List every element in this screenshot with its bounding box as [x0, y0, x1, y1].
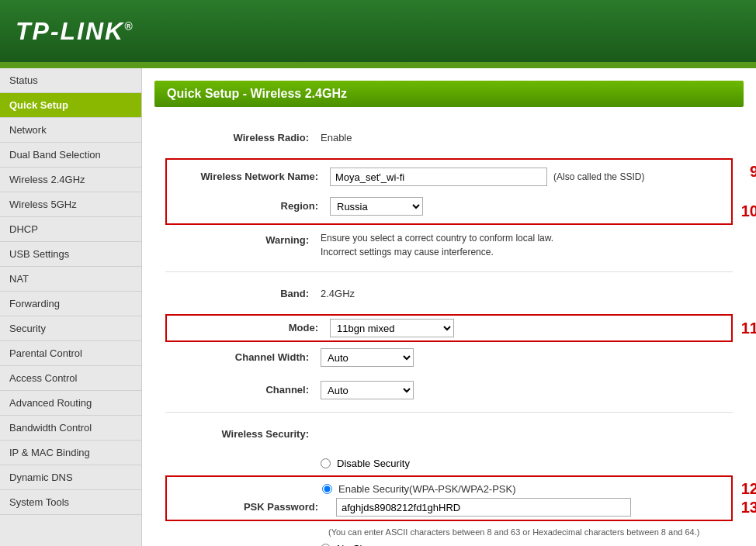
wireless-security-label: Wireless Security:	[165, 425, 321, 444]
psk-password-row: PSK Password:	[175, 498, 723, 517]
step-13: 13	[741, 499, 756, 517]
sidebar-item-dynamic-dns[interactable]: Dynamic DNS	[0, 465, 141, 490]
main-layout: Status Quick Setup Network Dual Band Sel…	[0, 68, 756, 546]
sidebar-item-wireless-5[interactable]: Wireless 5GHz	[0, 192, 141, 217]
ssid-hint: (Also called the SSID)	[553, 168, 644, 186]
sidebar: Status Quick Setup Network Dual Band Sel…	[0, 68, 142, 546]
logo: TP-LINK®	[16, 17, 134, 46]
step-10: 10	[741, 202, 756, 220]
band-label: Band:	[165, 285, 321, 303]
wireless-radio-label: Wireless Radio:	[165, 129, 321, 147]
no-change-row: No Change	[165, 540, 733, 546]
step-9: 9	[750, 163, 756, 181]
sidebar-item-dual-band[interactable]: Dual Band Selection	[0, 143, 141, 168]
sidebar-item-system-tools[interactable]: System Tools	[0, 490, 141, 515]
sidebar-item-dhcp[interactable]: DHCP	[0, 217, 141, 242]
step-12: 12	[741, 480, 756, 498]
sidebar-item-network[interactable]: Network	[0, 118, 141, 143]
channel-width-value: Auto 20MHz 40MHz	[321, 348, 733, 367]
warning-content: Ensure you select a correct country to c…	[321, 231, 553, 259]
logo-text: TP-LINK	[16, 17, 124, 45]
channel-select[interactable]: Auto 1234 5678 910111213	[321, 381, 414, 399]
divider-1	[165, 271, 733, 272]
sidebar-item-security[interactable]: Security	[0, 316, 141, 341]
channel-width-select[interactable]: Auto 20MHz 40MHz	[321, 348, 414, 367]
no-change-label: No Change	[337, 543, 388, 546]
region-value: Russia United States China Europe	[330, 197, 723, 216]
channel-value: Auto 1234 5678 910111213	[321, 381, 733, 399]
channel-width-row: Channel Width: Auto 20MHz 40MHz	[165, 345, 733, 370]
divider-2	[165, 412, 733, 413]
region-label: Region:	[175, 197, 330, 216]
psk-password-input[interactable]	[336, 498, 631, 517]
network-name-value: (Also called the SSID)	[330, 168, 723, 186]
sidebar-item-access-control[interactable]: Access Control	[0, 366, 141, 391]
sidebar-item-advanced-routing[interactable]: Advanced Routing	[0, 391, 141, 416]
page-title-bar: Quick Setup - Wireless 2.4GHz	[154, 81, 744, 107]
wireless-radio-row: Wireless Radio: Enable	[165, 126, 733, 150]
sidebar-item-parental-control[interactable]: Parental Control	[0, 341, 141, 366]
region-select[interactable]: Russia United States China Europe	[330, 197, 423, 216]
channel-row: Channel: Auto 1234 5678 910111213	[165, 378, 733, 403]
warning-row: Warning: Ensure you select a correct cou…	[165, 228, 733, 262]
mode-section: Mode: 11bgn mixed 11b only 11g only 11n …	[165, 314, 733, 342]
enable-security-section: Enable Security(WPA-PSK/WPA2-PSK) PSK Pa…	[165, 475, 733, 521]
psk-hint: (You can enter ASCII characters between …	[165, 524, 733, 540]
band-value: 2.4GHz	[321, 285, 733, 303]
sidebar-item-quick-setup[interactable]: Quick Setup	[0, 93, 141, 118]
ssid-input[interactable]	[330, 168, 547, 186]
disable-security-row: Disable Security	[165, 454, 733, 472]
region-row: Region: Russia United States China Europ…	[175, 194, 723, 219]
mode-label: Mode:	[175, 319, 330, 337]
warning-text: Ensure you select a correct country to c…	[321, 231, 733, 259]
network-name-label: Wireless Network Name:	[175, 168, 330, 186]
page-title: Quick Setup - Wireless 2.4GHz	[167, 87, 347, 100]
logo-reg: ®	[124, 20, 134, 33]
mode-value: 11bgn mixed 11b only 11g only 11n only	[330, 319, 723, 337]
channel-label: Channel:	[165, 381, 321, 399]
sidebar-item-nat[interactable]: NAT	[0, 267, 141, 292]
sidebar-item-forwarding[interactable]: Forwarding	[0, 292, 141, 316]
psk-password-label: PSK Password:	[175, 498, 330, 517]
sidebar-item-bandwidth-control[interactable]: Bandwidth Control	[0, 416, 141, 441]
sidebar-item-ip-mac-binding[interactable]: IP & MAC Binding	[0, 441, 141, 465]
mode-select[interactable]: 11bgn mixed 11b only 11g only 11n only	[330, 319, 454, 337]
form-area: Wireless Radio: Enable Wireless Network …	[142, 119, 756, 546]
sidebar-item-wireless-24[interactable]: Wireless 2.4GHz	[0, 168, 141, 192]
enable-security-radio[interactable]	[322, 484, 332, 494]
green-bar	[0, 62, 756, 68]
network-name-region-section: Wireless Network Name: (Also called the …	[165, 158, 733, 225]
warning-label: Warning:	[165, 231, 321, 250]
step-11: 11	[741, 320, 756, 337]
disable-security-radio[interactable]	[321, 458, 331, 468]
disable-security-label: Disable Security	[337, 458, 410, 469]
channel-width-label: Channel Width:	[165, 348, 321, 367]
header: TP-LINK®	[0, 0, 756, 62]
wireless-security-row: Wireless Security:	[165, 422, 733, 447]
sidebar-item-usb-settings[interactable]: USB Settings	[0, 242, 141, 267]
sidebar-item-status[interactable]: Status	[0, 68, 141, 93]
enable-security-row: Enable Security(WPA-PSK/WPA2-PSK)	[175, 480, 723, 498]
wireless-radio-value: Enable	[321, 129, 733, 147]
content-area: Quick Setup - Wireless 2.4GHz Wireless R…	[142, 68, 756, 546]
band-row: Band: 2.4GHz	[165, 282, 733, 306]
network-name-row: Wireless Network Name: (Also called the …	[175, 164, 723, 189]
enable-security-label: Enable Security(WPA-PSK/WPA2-PSK)	[338, 483, 516, 495]
